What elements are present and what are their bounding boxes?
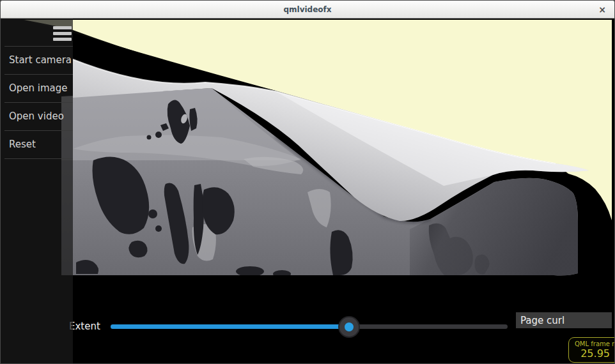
sidebar-item-start-camera[interactable]: Start camera <box>1 47 73 74</box>
titlebar: qmlvideofx × <box>1 1 614 19</box>
hamburger-menu-icon[interactable] <box>53 26 72 42</box>
extent-label: Extent <box>69 321 100 332</box>
sidebar-item-reset[interactable]: Reset <box>1 131 73 158</box>
app-window: qmlvideofx × <box>0 0 615 364</box>
extent-slider-handle[interactable] <box>338 316 360 338</box>
fps-value: 25.95 <box>575 347 614 360</box>
fps-display: QML frame r... 25.95 <box>568 337 614 363</box>
sidebar-menu: Start camera Open image Open video Reset <box>1 46 73 159</box>
sidebar: Start camera Open image Open video Reset <box>1 19 73 363</box>
sidebar-item-open-image[interactable]: Open image <box>1 75 73 102</box>
extent-slider-fill <box>111 324 349 329</box>
close-icon[interactable]: × <box>595 1 609 19</box>
video-display-page-curl-scene <box>1 19 614 363</box>
sidebar-item-open-video[interactable]: Open video <box>1 103 73 130</box>
fps-label: QML frame r... <box>575 340 614 347</box>
extent-slider <box>111 314 508 339</box>
content-area: Extent Page curl QML frame r... 25.95 St… <box>1 19 614 363</box>
menu-divider <box>4 158 73 159</box>
window-title: qmlvideofx <box>1 1 614 19</box>
effect-selector-button[interactable]: Page curl <box>516 312 612 328</box>
